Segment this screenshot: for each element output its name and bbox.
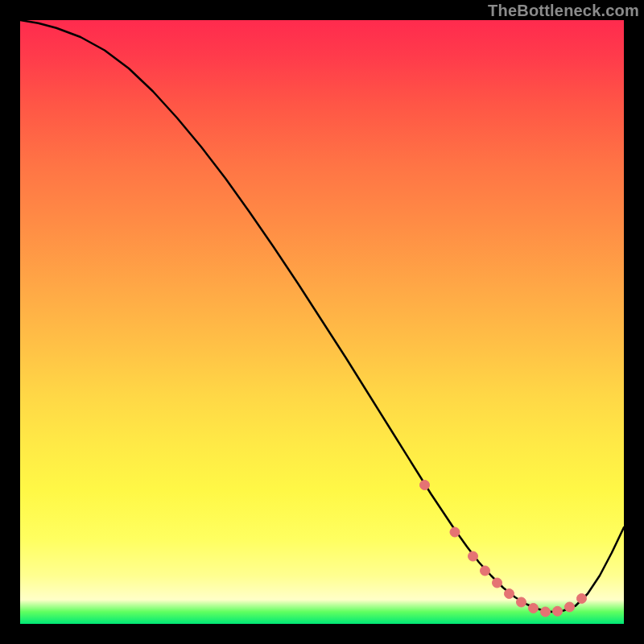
valley-dot — [565, 602, 575, 612]
valley-dot — [493, 578, 502, 588]
plot-area — [20, 20, 624, 624]
valley-dot — [420, 481, 430, 490]
chart-container: TheBottleneck.com — [0, 0, 644, 644]
valley-dot — [529, 604, 539, 613]
valley-dot — [469, 551, 478, 561]
watermark-text: TheBottleneck.com — [488, 2, 639, 20]
valley-dot — [577, 594, 587, 604]
valley-dot — [517, 597, 526, 607]
valley-dots — [20, 20, 624, 624]
valley-dot — [450, 527, 460, 537]
valley-dot — [505, 589, 514, 599]
valley-dot — [553, 606, 563, 616]
valley-dot — [481, 566, 490, 576]
valley-dot — [541, 607, 551, 617]
